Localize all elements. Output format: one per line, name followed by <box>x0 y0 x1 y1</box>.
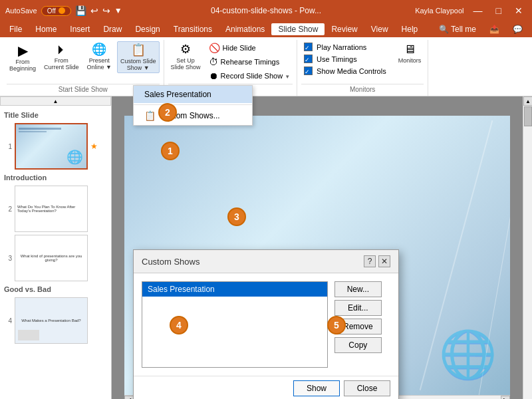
callout-2: 2 <box>158 103 177 122</box>
custom-shows-icon: 📋 <box>144 110 156 121</box>
dialog-close-button[interactable]: ✕ <box>378 255 390 267</box>
title-bar-left: AutoSave Off 💾 ↩ ↪ ▼ <box>5 5 136 16</box>
save-icon[interactable]: 💾 <box>75 5 86 16</box>
ribbon-group-content-start: ▶ FromBeginning ⏵ FromCurrent Slide 🌐 Pr… <box>7 41 160 82</box>
menu-animations[interactable]: Animations <box>219 23 271 35</box>
hscroll-left[interactable]: ◀ <box>124 396 134 400</box>
vscroll-track <box>523 106 532 399</box>
maximize-button[interactable]: □ <box>492 4 505 17</box>
narrations-checkbox: ✓ <box>304 43 313 51</box>
dialog-edit-button[interactable]: Edit... <box>334 300 382 316</box>
timings-checkbox: ✓ <box>304 55 313 63</box>
vscroll: ▲ ▼ <box>523 96 532 399</box>
dialog-copy-button[interactable]: Copy <box>334 337 382 353</box>
slide-star-1: ★ <box>90 142 98 151</box>
window-title: 04-custom-slide-shows - Pow... <box>136 6 396 15</box>
chk-play-narrations[interactable]: ✓ Play Narrations <box>301 41 389 53</box>
menu-home[interactable]: Home <box>29 23 63 35</box>
dropdown-divider <box>134 104 252 105</box>
dialog-footer: Show Close <box>134 376 398 399</box>
dropdown-item-custom-shows[interactable]: 📋 Custom Shows... <box>134 106 252 125</box>
from-current-icon: ⏵ <box>55 43 67 57</box>
setup-icon: ⚙ <box>180 43 191 57</box>
vscroll-up[interactable]: ▲ <box>523 96 532 106</box>
callout-3: 3 <box>227 207 246 226</box>
monitors-icon: 🖥 <box>404 43 416 57</box>
section-introduction: Introduction <box>3 171 108 184</box>
btn-custom-slide[interactable]: 📋 Custom SlideShow ▼ <box>117 41 160 73</box>
section-title-slide: Title Slide <box>3 108 108 122</box>
btn-monitors[interactable]: 🖥 Monitors <box>396 41 424 65</box>
slide-thumb-3[interactable]: 3 What kind of presentations are you giv… <box>3 233 108 283</box>
custom-show-dropdown: Sales Presentation 📋 Custom Shows... <box>133 85 253 126</box>
dialog-title: Custom Shows <box>142 257 200 267</box>
menu-design[interactable]: Design <box>128 23 166 35</box>
chk-show-media[interactable]: ✓ Show Media Controls <box>301 65 389 76</box>
dialog-show-button[interactable]: Show <box>293 380 340 396</box>
dialog-help-button[interactable]: ? <box>364 255 376 267</box>
thumb-image-3: What kind of presentations are you givin… <box>15 235 88 281</box>
vscroll-thumb[interactable] <box>524 106 532 126</box>
section-good-vs-bad: Good vs. Bad <box>3 283 108 296</box>
thumb-image-1: 🌐 <box>15 123 88 170</box>
present-online-icon: 🌐 <box>92 43 106 57</box>
btn-present-online[interactable]: 🌐 PresentOnline ▼ <box>84 41 114 72</box>
media-checkbox: ✓ <box>304 66 313 75</box>
menu-review[interactable]: Review <box>325 23 364 35</box>
autosave-label: AutoSave <box>5 7 37 15</box>
btn-record[interactable]: ⏺ Record Slide Show ▼ <box>206 69 293 82</box>
menu-draw[interactable]: Draw <box>96 23 128 35</box>
share-icon[interactable]: 📤 <box>483 23 506 35</box>
user-name: Kayla Claypool <box>415 7 464 15</box>
ribbon-group-monitors: ✓ Play Narrations ✓ Use Timings ✓ Show M… <box>297 40 428 96</box>
slide-thumb-2[interactable]: 2 What Do You Plan To Know After Today's… <box>3 184 108 233</box>
customize-icon[interactable]: ▼ <box>114 6 122 15</box>
thumb-image-2: What Do You Plan To Know After Today's P… <box>15 186 88 232</box>
hscroll-right[interactable]: ▶ <box>501 396 510 400</box>
dialog-list-item-sales[interactable]: Sales Presentation <box>142 282 327 297</box>
title-bar: AutoSave Off 💾 ↩ ↪ ▼ 04-custom-slide-sho… <box>0 0 532 21</box>
main-content: ▲ Title Slide 1 🌐 ★ Introduction 2 What … <box>0 96 532 399</box>
slide-thumb-1[interactable]: 1 🌐 ★ <box>3 122 108 171</box>
redo-icon[interactable]: ↪ <box>102 5 110 16</box>
menu-file[interactable]: File <box>3 23 29 35</box>
menu-help[interactable]: Help <box>395 23 425 35</box>
record-icon: ⏺ <box>209 70 218 81</box>
callout-1: 1 <box>161 142 180 160</box>
menu-slideshow[interactable]: Slide Show <box>271 23 325 35</box>
rehearse-icon: ⏱ <box>209 57 218 67</box>
toggle-dot <box>59 7 65 14</box>
menu-insert[interactable]: Insert <box>63 23 96 35</box>
slide-panel: Title Slide 1 🌐 ★ Introduction 2 What Do… <box>0 106 112 399</box>
dropdown-item-sales[interactable]: Sales Presentation <box>134 86 252 103</box>
comment-icon[interactable]: 💬 <box>506 23 529 35</box>
ribbon-group-content-monitors: ✓ Play Narrations ✓ Use Timings ✓ Show M… <box>301 41 424 82</box>
btn-from-beginning[interactable]: ▶ FromBeginning <box>7 41 39 73</box>
btn-from-current[interactable]: ⏵ FromCurrent Slide <box>41 41 82 72</box>
dialog-title-buttons: ? ✕ <box>364 255 390 267</box>
btn-rehearse[interactable]: ⏱ Rehearse Timings <box>206 55 293 68</box>
dialog-new-button[interactable]: New... <box>334 281 382 297</box>
close-button[interactable]: ✕ <box>511 4 527 17</box>
dialog-close-footer-button[interactable]: Close <box>344 380 390 396</box>
undo-icon[interactable]: ↩ <box>90 5 98 16</box>
ribbon-group-content-setup: ⚙ Set UpSlide Show 🚫 Hide Slide ⏱ Rehear… <box>168 41 293 82</box>
callout-5: 5 <box>327 316 346 334</box>
slide-thumb-4[interactable]: 4 What Makes a Presentation Bad? <box>3 296 108 345</box>
menu-view[interactable]: View <box>364 23 395 35</box>
thumb-image-4: What Makes a Presentation Bad? <box>15 297 88 344</box>
hide-slide-icon: 🚫 <box>209 43 220 53</box>
menu-bar: File Home Insert Draw Design Transitions… <box>0 21 532 37</box>
btn-set-up[interactable]: ⚙ Set UpSlide Show <box>168 41 203 72</box>
dialog-title-bar: Custom Shows ? ✕ <box>134 250 398 273</box>
menu-tell-me[interactable]: 🔍 Tell me <box>432 23 483 35</box>
btn-hide-slide[interactable]: 🚫 Hide Slide <box>206 41 293 55</box>
chk-use-timings[interactable]: ✓ Use Timings <box>301 53 389 65</box>
ribbon: ▶ FromBeginning ⏵ FromCurrent Slide 🌐 Pr… <box>0 37 532 96</box>
ribbon-group-label-monitors: Monitors <box>301 84 424 94</box>
menu-transitions[interactable]: Transitions <box>167 23 219 35</box>
panel-scroll-up[interactable]: ▲ <box>0 96 111 106</box>
minimize-button[interactable]: — <box>469 4 487 17</box>
autosave-toggle[interactable]: Off <box>41 6 71 16</box>
ribbon-small-setup: 🚫 Hide Slide ⏱ Rehearse Timings ⏺ Record… <box>206 41 293 82</box>
